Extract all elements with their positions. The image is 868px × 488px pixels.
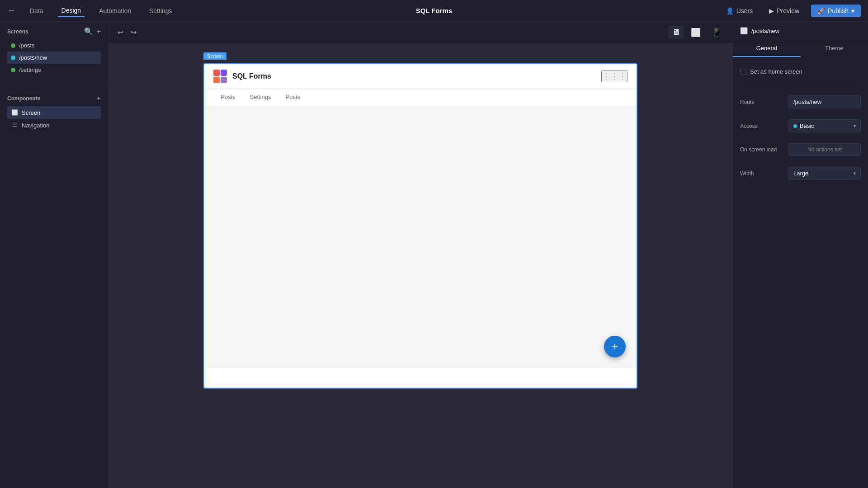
width-label: Width [740,170,754,177]
top-nav: ← Data Design Automation Settings SQL Fo… [0,0,868,22]
screen-label-posts-new: /posts/new [19,54,47,61]
toolbar-right: 🖥 ⬜ 📱 [668,26,725,39]
redo-button[interactable]: ↪ [129,26,138,38]
component-item-screen[interactable]: ⬜ Screen [7,106,101,119]
screen-label-badge: Screen [203,52,226,60]
screen-item-posts[interactable]: /posts [7,39,101,52]
right-panel-tabs: General Theme [733,40,868,57]
tab-theme[interactable]: Theme [801,40,868,57]
screen-dot-posts [11,43,15,48]
canvas-toolbar: ↩ ↪ 🖥 ⬜ 📱 [108,22,732,43]
components-title: Components [7,95,40,102]
screen-label-posts: /posts [19,42,35,49]
screen-tab-posts-1[interactable]: Posts [213,89,243,106]
component-label-screen: Screen [22,109,40,116]
screen-body: + [204,106,637,368]
grid-dots-button[interactable]: ⋮⋮⋮ [601,70,627,82]
nav-design[interactable]: Design [58,5,85,17]
screens-title: Screens [7,28,28,35]
access-select[interactable]: Basic ▾ [788,119,861,132]
width-chevron-icon: ▾ [854,171,856,176]
panel-path: /posts/new [751,28,779,34]
logo-square-1 [213,70,220,76]
component-label-navigation: Navigation [22,122,49,129]
access-value: Basic [800,122,814,129]
screens-header: Screens 🔍 + [7,27,101,36]
screen-dot-posts-new [11,56,15,60]
access-label: Access [740,123,758,129]
set-home-checkbox[interactable] [740,69,746,75]
screen-tabs: Posts Settings Posts [204,89,637,106]
logo-square-2 [221,70,227,76]
users-button[interactable]: 👤 Users [722,5,758,16]
set-home-row: Set as home screen [740,65,861,79]
undo-button[interactable]: ↩ [116,26,125,38]
right-panel-body: Set as home screen Route Access Basic ▾ [733,57,868,189]
nav-left: ← Data Design Automation Settings [7,5,176,17]
add-component-button[interactable]: + [97,94,101,103]
screens-section: Screens 🔍 + /posts /posts/new /settings [0,22,108,81]
tab-general[interactable]: General [733,40,801,57]
screen-app-title: SQL Forms [232,72,271,80]
access-row: Access Basic ▾ [740,117,861,134]
nav-settings[interactable]: Settings [146,5,176,16]
divider-2 [740,86,861,86]
preview-button[interactable]: ▶ Preview [764,5,804,16]
nav-right: 👤 Users ▶ Preview 🚀 Publish ▾ [722,5,861,17]
width-select[interactable]: Large ▾ [788,167,861,180]
preview-icon: ▶ [769,7,774,14]
users-label: Users [736,7,753,14]
tablet-view-button[interactable]: ⬜ [687,26,704,39]
route-input[interactable] [788,95,861,108]
publish-button[interactable]: 🚀 Publish ▾ [811,5,861,17]
nav-data[interactable]: Data [26,5,47,16]
back-button[interactable]: ← [7,6,15,15]
publish-icon: 🚀 [817,7,825,14]
app-logo [213,70,227,83]
right-panel: ⬜ /posts/new General Theme Set as home s… [732,22,868,488]
add-screen-button[interactable]: + [97,27,101,36]
screen-tab-posts-2[interactable]: Posts [278,89,308,106]
mobile-view-button[interactable]: 📱 [708,26,725,39]
toolbar-left: ↩ ↪ [116,26,138,38]
navigation-comp-icon: ☰ [11,122,18,129]
canvas-area: Screen SQL Fo [108,43,732,488]
screen-frame: SQL Forms ⋮⋮⋮ Posts Settings Posts + [203,63,637,389]
components-section: Components + ⬜ Screen ☰ Navigation [0,89,108,137]
nav-automation[interactable]: Automation [95,5,135,16]
right-panel-header: ⬜ /posts/new [733,22,868,40]
screen-dot-settings [11,68,15,72]
search-screens-button[interactable]: 🔍 [84,27,93,36]
screen-header-left: SQL Forms [213,70,271,83]
logo-square-4 [221,77,227,83]
no-actions-button[interactable]: No actions set [788,143,861,156]
width-row: Width Large ▾ [740,165,861,182]
screen-tab-settings[interactable]: Settings [243,89,278,106]
fab-button[interactable]: + [604,336,626,357]
left-panel: Screens 🔍 + /posts /posts/new /settings [0,22,108,488]
on-screen-load-row: On screen load No actions set [740,141,861,158]
access-chevron-icon: ▾ [854,123,856,128]
access-select-inner: Basic [793,122,814,129]
main-layout: Screens 🔍 + /posts /posts/new /settings [0,22,868,488]
logo-square-3 [213,77,220,83]
components-header: Components + [7,94,101,103]
on-screen-load-label: On screen load [740,146,777,153]
route-label: Route [740,99,755,105]
set-home-label: Set as home screen [750,68,802,75]
desktop-view-button[interactable]: 🖥 [668,26,684,39]
preview-label: Preview [777,7,799,14]
access-dot [793,124,797,128]
divider-1 [0,85,108,85]
component-item-navigation[interactable]: ☰ Navigation [7,119,101,131]
screen-item-posts-new[interactable]: /posts/new [7,52,101,64]
screen-item-settings[interactable]: /settings [7,64,101,76]
center-canvas: ↩ ↪ 🖥 ⬜ 📱 Screen [108,22,732,488]
publish-label: Publish [828,7,849,14]
screen-header: SQL Forms ⋮⋮⋮ [204,64,637,89]
screen-label-settings: /settings [19,66,41,73]
users-icon: 👤 [726,7,734,14]
screen-path-icon: ⬜ [740,27,748,34]
route-row: Route [740,94,861,110]
width-value: Large [793,170,808,177]
